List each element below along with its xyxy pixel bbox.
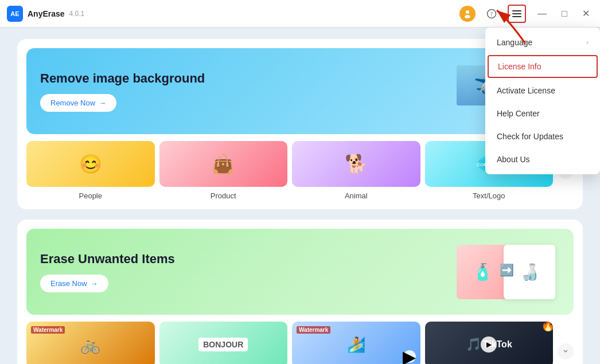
people-label: People xyxy=(79,191,102,200)
watermark-overlay-label: Watermark xyxy=(31,326,65,334)
minimize-button[interactable]: — xyxy=(534,6,550,21)
svg-point-0 xyxy=(466,10,469,14)
product-item[interactable]: 👜 Product xyxy=(159,141,288,200)
watermark-thumbnail: 🚲 Watermark xyxy=(26,322,155,364)
erase-items-grid: 🚲 Watermark Watermark BONJOUR Text 🏄 Wat… xyxy=(17,315,583,364)
text-thumbnail: BONJOUR xyxy=(159,322,288,364)
user-avatar[interactable] xyxy=(459,6,476,22)
erase-image-area: 🧴 ➡️ 🍶 xyxy=(434,240,560,303)
product-thumbnail: 👜 xyxy=(159,141,288,187)
titlebar: AE AnyErase 4.0.1 ? — □ ✕ xyxy=(0,0,600,28)
erase-banner: Erase Unwanted Items Erase Now → 🧴 ➡️ 🍶 xyxy=(26,229,574,315)
animal-item[interactable]: 🐕 Animal xyxy=(292,141,420,200)
watermark-item[interactable]: 🚲 Watermark Watermark xyxy=(26,322,155,364)
app-logo: AE xyxy=(7,6,23,22)
video-wm-overlay-label: Watermark xyxy=(297,326,330,334)
dropdown-menu: Language › License Info Activate License… xyxy=(485,28,600,174)
banner-content-left: Remove image background Remove Now → xyxy=(40,71,205,112)
menu-item-help-center[interactable]: Help Center xyxy=(485,102,600,125)
people-item[interactable]: 😊 People xyxy=(26,141,155,200)
text-item[interactable]: BONJOUR Text xyxy=(159,322,288,364)
svg-rect-4 xyxy=(512,10,521,11)
titlebar-left: AE AnyErase 4.0.1 xyxy=(7,6,84,22)
menu-item-activate-license[interactable]: Activate License xyxy=(485,79,600,102)
app-name: AnyErase xyxy=(28,9,65,18)
animal-thumbnail: 🐕 xyxy=(292,141,420,187)
animal-label: Animal xyxy=(345,191,368,200)
hot-badge: 🔥 xyxy=(541,322,553,332)
close-button[interactable]: ✕ xyxy=(579,6,593,21)
language-arrow: › xyxy=(586,38,589,46)
remove-now-button[interactable]: Remove Now → xyxy=(40,94,116,112)
menu-item-license-info[interactable]: License Info xyxy=(488,55,598,78)
play-icon: ▶ xyxy=(403,350,416,363)
svg-rect-6 xyxy=(512,16,521,17)
app-version: 4.0.1 xyxy=(69,10,85,18)
textlogo-label: Text/Logo xyxy=(473,191,505,200)
remove-bg-title: Remove image background xyxy=(40,71,205,86)
menu-button[interactable] xyxy=(508,5,526,23)
help-icon[interactable]: ? xyxy=(484,6,500,22)
menu-item-language[interactable]: Language › xyxy=(485,31,600,54)
erase-title: Erase Unwanted Items xyxy=(40,252,175,267)
titlebar-right: ? — □ ✕ xyxy=(459,5,593,23)
svg-rect-5 xyxy=(512,13,521,14)
product-label: Product xyxy=(211,191,236,200)
svg-text:?: ? xyxy=(490,11,493,17)
tiktok-item[interactable]: 🎵 TikTok ▶ 🔥 TikTok Logo xyxy=(425,322,554,364)
erase-section: Erase Unwanted Items Erase Now → 🧴 ➡️ 🍶 xyxy=(17,220,583,364)
maximize-button[interactable]: □ xyxy=(558,6,571,21)
menu-item-check-updates[interactable]: Check for Updates xyxy=(485,125,600,148)
more-erase-items-button[interactable] xyxy=(558,343,574,359)
video-watermark-thumbnail: 🏄 Watermark ▶ xyxy=(292,322,420,364)
svg-point-1 xyxy=(465,15,470,18)
video-watermark-item[interactable]: 🏄 Watermark ▶ Video Watermark xyxy=(292,322,420,364)
tiktok-thumbnail: 🎵 TikTok ▶ 🔥 xyxy=(425,322,554,364)
erase-arrow: ➡️ xyxy=(500,263,514,277)
people-thumbnail: 😊 xyxy=(26,141,155,187)
erase-content-left: Erase Unwanted Items Erase Now → xyxy=(40,252,175,292)
erase-now-button[interactable]: Erase Now → xyxy=(40,275,108,292)
menu-item-about-us[interactable]: About Us xyxy=(485,148,600,171)
